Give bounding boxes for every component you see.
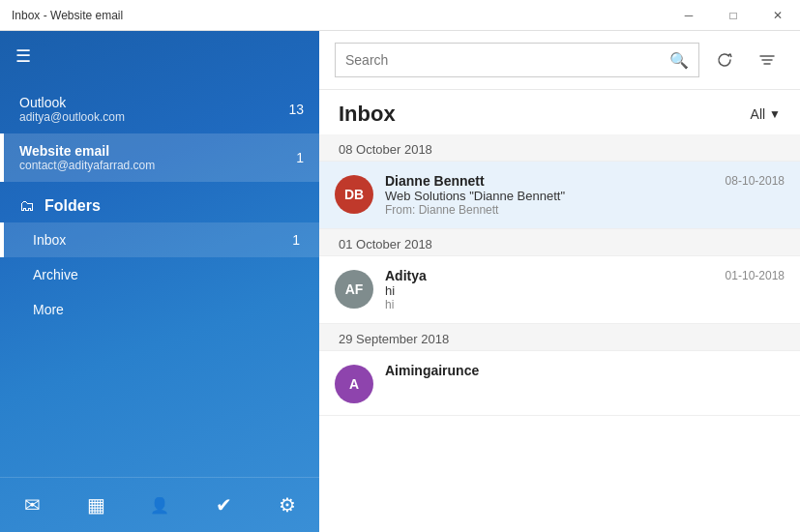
message-subject-0: Web Solutions "Dianne Bennett" [385,189,785,203]
message-top-0: Dianne Bennett 08-10-2018 [385,173,785,189]
folder-name-more: More [33,302,64,317]
message-item-1[interactable]: AF Aditya 01-10-2018 hi hi [319,256,800,324]
account-email-website: contact@adityafarrad.com [19,159,300,172]
avatar-af: AF [335,270,373,309]
message-content-2: Aimingairunce [385,363,785,378]
inbox-filter[interactable]: All ▼ [751,106,781,122]
message-list: 08 October 2018 DB Dianne Bennett 08-10-… [319,134,800,532]
maximize-button[interactable]: □ [711,0,756,31]
avatar-a: A [335,365,373,403]
folder-list: Inbox 1 Archive More [0,222,319,327]
account-badge-website: 1 [296,150,304,165]
refresh-button[interactable] [707,43,742,77]
folders-label: Folders [44,197,101,215]
right-toolbar: 🔍 [319,31,800,90]
filter-button[interactable] [750,43,785,77]
message-sender-0: Dianne Bennett [385,173,485,189]
mail-nav-button[interactable]: ✉ [8,486,56,524]
message-date-0: 08-10-2018 [726,174,785,188]
message-content-0: Dianne Bennett 08-10-2018 Web Solutions … [385,173,785,217]
refresh-icon [716,51,733,69]
right-panel: 🔍 Inbox All ▼ [319,31,800,532]
inbox-header: Inbox All ▼ [319,90,800,134]
search-icon[interactable]: 🔍 [669,51,689,70]
date-separator-oct8: 08 October 2018 [319,134,800,162]
folder-item-archive[interactable]: Archive [0,257,319,292]
people-nav-button[interactable]: 👤 [135,486,184,524]
message-preview-0: From: Dianne Bennett [385,203,785,217]
message-item-2[interactable]: A Aimingairunce [319,351,800,416]
date-separator-oct1: 01 October 2018 [319,229,800,256]
title-bar-controls: ─ □ ✕ [667,0,800,31]
search-box: 🔍 [335,43,699,77]
search-input[interactable] [345,52,662,68]
message-preview-1: hi [385,298,785,311]
account-badge-outlook: 13 [288,102,304,117]
account-email-outlook: aditya@outlook.com [19,110,300,124]
account-item-outlook[interactable]: Outlook aditya@outlook.com 13 [0,85,319,133]
hamburger-icon[interactable]: ☰ [15,45,31,67]
message-subject-1: hi [385,283,785,298]
title-bar: Inbox - Website email ─ □ ✕ [0,0,800,31]
avatar-db: DB [335,175,373,214]
folder-name-inbox: Inbox [33,232,66,248]
minimize-button[interactable]: ─ [667,0,711,31]
filter-label: All [751,106,766,122]
message-item-0[interactable]: DB Dianne Bennett 08-10-2018 Web Solutio… [319,162,800,229]
settings-nav-button[interactable]: ⚙ [263,486,311,524]
account-list: Outlook aditya@outlook.com 13 Website em… [0,81,319,186]
tasks-nav-button[interactable]: ✔ [199,486,248,524]
folder-name-archive: Archive [33,267,78,282]
message-content-1: Aditya 01-10-2018 hi hi [385,268,785,311]
folder-item-more[interactable]: More [0,292,319,327]
account-item-website[interactable]: Website email contact@adityafarrad.com 1 [0,133,319,182]
calendar-nav-button[interactable]: ▦ [72,486,120,524]
message-date-1: 01-10-2018 [726,269,785,282]
window-title: Inbox - Website email [12,9,123,22]
message-sender-1: Aditya [385,268,427,283]
date-separator-sep29: 29 September 2018 [319,324,800,351]
filter-icon [758,51,776,69]
sidebar: ☰ Outlook aditya@outlook.com 13 Website … [0,31,319,532]
account-name-outlook: Outlook [19,95,300,110]
inbox-title: Inbox [339,102,396,127]
main-layout: ☰ Outlook aditya@outlook.com 13 Website … [0,31,800,532]
close-button[interactable]: ✕ [756,0,800,31]
message-top-1: Aditya 01-10-2018 [385,268,785,283]
folder-item-inbox[interactable]: Inbox 1 [0,222,319,257]
folder-icon: 🗂 [19,197,35,215]
folder-badge-inbox: 1 [292,232,300,248]
chevron-down-icon: ▼ [769,107,781,121]
sidebar-bottom: ✉ ▦ 👤 ✔ ⚙ [0,477,319,532]
folders-section: 🗂 Folders [0,186,319,222]
sidebar-top: ☰ [0,31,319,81]
message-top-2: Aimingairunce [385,363,785,378]
message-sender-2: Aimingairunce [385,363,479,378]
account-name-website: Website email [19,143,300,159]
